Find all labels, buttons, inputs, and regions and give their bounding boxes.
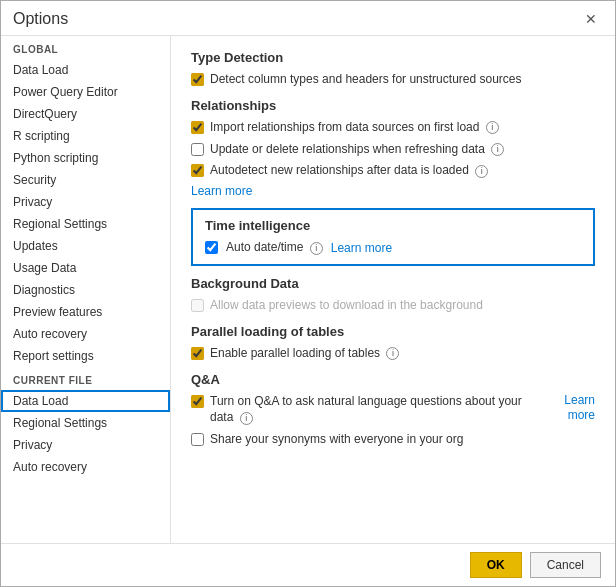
dialog-footer: OK Cancel: [1, 543, 615, 586]
auto-datetime-row: Auto date/time i Learn more: [205, 239, 581, 256]
sidebar-item-report-settings[interactable]: Report settings: [1, 345, 170, 367]
ok-button[interactable]: OK: [470, 552, 522, 578]
dialog-body: GLOBAL Data Load Power Query Editor Dire…: [1, 36, 615, 543]
r1-row: Import relationships from data sources o…: [191, 119, 595, 136]
pl1-info-icon[interactable]: i: [386, 347, 399, 360]
pl1-checkbox[interactable]: [191, 347, 204, 360]
sidebar-item-python-scripting[interactable]: Python scripting: [1, 147, 170, 169]
time-intelligence-title: Time intelligence: [205, 218, 581, 233]
close-button[interactable]: ✕: [579, 9, 603, 29]
r3-row: Autodetect new relationships after data …: [191, 162, 595, 179]
bd1-row: Allow data previews to download in the b…: [191, 297, 595, 314]
bd1-label: Allow data previews to download in the b…: [210, 297, 483, 314]
sidebar-item-privacy-current[interactable]: Privacy: [1, 434, 170, 456]
sidebar-item-data-load-global[interactable]: Data Load: [1, 59, 170, 81]
global-section-label: GLOBAL: [1, 36, 170, 59]
type-detection-title: Type Detection: [191, 50, 595, 65]
auto-datetime-label: Auto date/time i: [226, 239, 323, 256]
qanda-title: Q&A: [191, 372, 595, 387]
time-intelligence-learn-more[interactable]: Learn more: [331, 241, 392, 255]
td1-label: Detect column types and headers for unst…: [210, 71, 522, 88]
sidebar-item-auto-recovery-global[interactable]: Auto recovery: [1, 323, 170, 345]
qa2-checkbox[interactable]: [191, 433, 204, 446]
sidebar-item-auto-recovery-current[interactable]: Auto recovery: [1, 456, 170, 478]
cancel-button[interactable]: Cancel: [530, 552, 601, 578]
sidebar-item-directquery[interactable]: DirectQuery: [1, 103, 170, 125]
qa1-checkbox[interactable]: [191, 395, 204, 408]
sidebar-item-data-load-current[interactable]: Data Load: [1, 390, 170, 412]
td1-row: Detect column types and headers for unst…: [191, 71, 595, 88]
current-file-section-label: CURRENT FILE: [1, 367, 170, 390]
auto-datetime-info-icon[interactable]: i: [310, 242, 323, 255]
sidebar-item-security[interactable]: Security: [1, 169, 170, 191]
r3-label: Autodetect new relationships after data …: [210, 162, 488, 179]
background-data-title: Background Data: [191, 276, 595, 291]
qa1-link-col: Learnmore: [550, 393, 595, 424]
qa1-text-col: Turn on Q&A to ask natural language ques…: [210, 393, 544, 427]
qa1-label: Turn on Q&A to ask natural language ques…: [210, 394, 522, 425]
r3-info-icon[interactable]: i: [475, 165, 488, 178]
qanda-learn-more[interactable]: Learnmore: [564, 393, 595, 424]
r2-checkbox[interactable]: [191, 143, 204, 156]
sidebar-item-r-scripting[interactable]: R scripting: [1, 125, 170, 147]
sidebar-item-power-query-editor[interactable]: Power Query Editor: [1, 81, 170, 103]
sidebar-item-regional-settings-current[interactable]: Regional Settings: [1, 412, 170, 434]
qa2-row: Share your synonyms with everyone in you…: [191, 431, 595, 448]
pl1-label: Enable parallel loading of tables i: [210, 345, 399, 362]
td1-checkbox[interactable]: [191, 73, 204, 86]
time-intelligence-box: Time intelligence Auto date/time i Learn…: [191, 208, 595, 266]
sidebar-item-updates[interactable]: Updates: [1, 235, 170, 257]
r1-label: Import relationships from data sources o…: [210, 119, 499, 136]
relationships-learn-more[interactable]: Learn more: [191, 184, 252, 198]
sidebar-item-diagnostics[interactable]: Diagnostics: [1, 279, 170, 301]
parallel-loading-title: Parallel loading of tables: [191, 324, 595, 339]
r2-info-icon[interactable]: i: [491, 143, 504, 156]
bd1-checkbox[interactable]: [191, 299, 204, 312]
main-content: Type Detection Detect column types and h…: [171, 36, 615, 543]
sidebar-item-usage-data[interactable]: Usage Data: [1, 257, 170, 279]
sidebar-scroll: GLOBAL Data Load Power Query Editor Dire…: [1, 36, 170, 543]
title-bar: Options ✕: [1, 1, 615, 36]
qa1-info-icon[interactable]: i: [240, 412, 253, 425]
pl1-row: Enable parallel loading of tables i: [191, 345, 595, 362]
relationships-title: Relationships: [191, 98, 595, 113]
r1-checkbox[interactable]: [191, 121, 204, 134]
r3-checkbox[interactable]: [191, 164, 204, 177]
sidebar-item-privacy-global[interactable]: Privacy: [1, 191, 170, 213]
r2-row: Update or delete relationships when refr…: [191, 141, 595, 158]
r2-label: Update or delete relationships when refr…: [210, 141, 504, 158]
options-dialog: Options ✕ GLOBAL Data Load Power Query E…: [0, 0, 616, 587]
sidebar-item-preview-features[interactable]: Preview features: [1, 301, 170, 323]
sidebar: GLOBAL Data Load Power Query Editor Dire…: [1, 36, 171, 543]
r1-info-icon[interactable]: i: [486, 121, 499, 134]
auto-datetime-checkbox[interactable]: [205, 241, 218, 254]
qa1-row: Turn on Q&A to ask natural language ques…: [191, 393, 595, 427]
sidebar-item-regional-settings-global[interactable]: Regional Settings: [1, 213, 170, 235]
qa2-label: Share your synonyms with everyone in you…: [210, 431, 463, 448]
dialog-title: Options: [13, 10, 68, 28]
